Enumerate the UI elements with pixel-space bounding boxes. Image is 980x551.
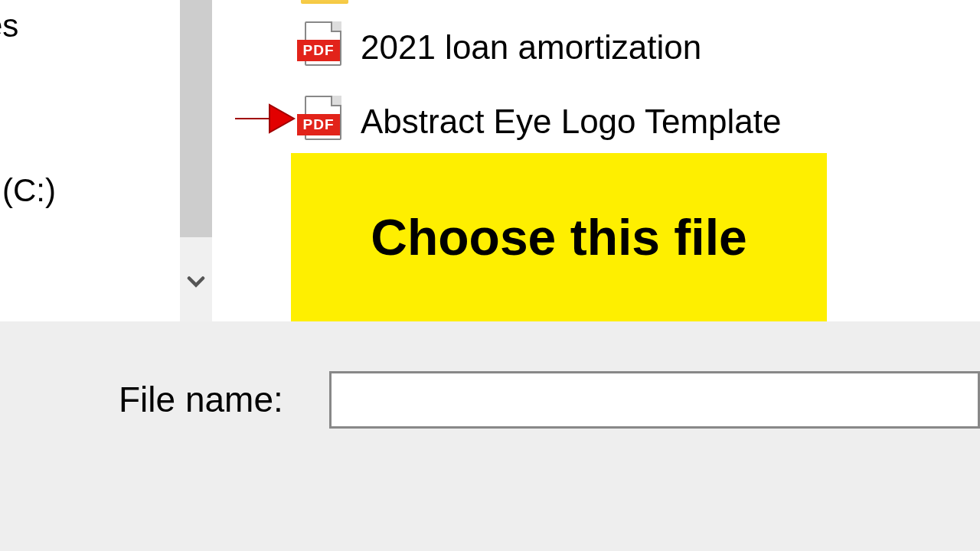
folder-icon[interactable] [301, 0, 348, 4]
file-item[interactable]: PDF Abstract Eye Logo Template [297, 96, 782, 148]
pdf-icon: PDF [297, 21, 349, 73]
filename-label: File name: [119, 379, 283, 420]
file-list-pane: PDF 2021 loan amortization PDF Abstract … [214, 0, 980, 321]
filename-input[interactable] [329, 371, 980, 429]
scrollbar-thumb[interactable] [180, 0, 212, 237]
sidebar-item-partial[interactable]: es [0, 8, 18, 44]
dialog-bottom-panel: File name: [0, 321, 980, 551]
chevron-down-icon[interactable] [182, 268, 210, 302]
annotation-callout: Choose this file [291, 153, 827, 321]
annotation-text: Choose this file [371, 208, 746, 266]
pdf-icon: PDF [297, 96, 349, 148]
annotation-arrow-icon [231, 96, 296, 142]
file-name-label: 2021 loan amortization [361, 28, 701, 67]
file-name-label: Abstract Eye Logo Template [361, 103, 782, 141]
file-item[interactable]: PDF 2021 loan amortization [297, 21, 701, 73]
navigation-sidebar: es ws (C:) ‹ [0, 0, 180, 321]
sidebar-drive-c[interactable]: ws (C:) [0, 172, 56, 209]
